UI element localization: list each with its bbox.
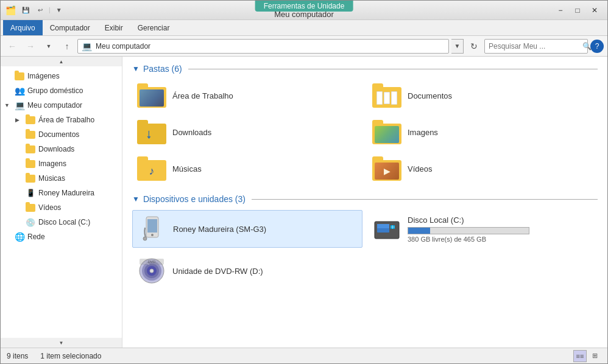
search-box[interactable]: 🔍: [484, 39, 588, 54]
phone-device-label: Roney Madureira (SM-G3): [173, 225, 266, 234]
sidebar-item-disk[interactable]: 💿 Disco Local (C:): [1, 215, 122, 229]
sidebar-label-grupo: Grupo doméstico: [27, 86, 83, 95]
sidebar-container: ▲ Imágenes 👥 Grupo doméstico: [1, 57, 122, 348]
menu-arquivo[interactable]: Arquivo: [3, 20, 43, 35]
view-buttons: ≡≡ ⊞: [573, 350, 601, 362]
title-bar: 🗂️ 💾 ↩ | ▼ Ferramentas de Unidade Meu co…: [1, 1, 607, 20]
devices-section-title: Dispositivos e unidades (3): [143, 194, 246, 204]
sidebar-item-music[interactable]: Músicas: [1, 171, 122, 186]
videos-icon: [25, 202, 36, 213]
svg-rect-6: [377, 224, 389, 228]
network-icon: 🌐: [14, 231, 25, 242]
sidebar-scroll-down[interactable]: ▼: [1, 338, 122, 348]
sidebar-item-videos[interactable]: Vídeos: [1, 200, 122, 215]
sidebar-item-desktop[interactable]: ▶ Área de Trabalho: [1, 113, 122, 127]
imagenes-icon: [14, 71, 25, 82]
docs-icon: [25, 129, 36, 140]
devices-grid: Roney Madureira (SM-G3): [132, 210, 598, 289]
phone-device-icon: [138, 214, 167, 243]
desktop-icon: [25, 114, 36, 125]
sidebar-item-images[interactable]: Imagens: [1, 156, 122, 171]
videos-folder-label: Vídeos: [408, 164, 432, 173]
sidebar-label-computer: Meu computador: [27, 101, 82, 110]
folder-item-desktop[interactable]: Área de Trabalho: [132, 80, 362, 111]
menu-exibir[interactable]: Exibir: [97, 20, 130, 35]
dropdown-button[interactable]: ▼: [53, 4, 65, 16]
sidebar-label-disk: Disco Local (C:): [38, 218, 90, 226]
dvd-device-icon: DVD: [137, 256, 166, 285]
downloads-icon: [25, 144, 36, 155]
sidebar-item-network[interactable]: 🌐 Rede: [1, 229, 122, 244]
device-item-phone[interactable]: Roney Madureira (SM-G3): [132, 210, 362, 248]
menu-computador[interactable]: Computador: [43, 20, 97, 35]
dvd-device-label: Unidade de DVD-RW (D:): [172, 267, 263, 276]
menu-gerenciar[interactable]: Gerenciar: [130, 20, 177, 35]
save-button[interactable]: 💾: [19, 4, 32, 16]
sidebar-label-phone: Roney Madureira: [38, 189, 94, 197]
sidebar: Imágenes 👥 Grupo doméstico ▼ 💻 Meu compu…: [1, 66, 122, 338]
view-details-button[interactable]: ≡≡: [573, 350, 587, 362]
sidebar-item-docs[interactable]: Documentos: [1, 127, 122, 142]
minimize-button[interactable]: −: [553, 4, 568, 16]
sidebar-item-grupo[interactable]: 👥 Grupo doméstico: [1, 83, 122, 98]
disk-sidebar-icon: 💿: [25, 217, 36, 228]
up-button[interactable]: ↑: [59, 38, 75, 54]
ferramentas-label: Ferramentas de Unidade: [264, 2, 345, 10]
music-folder-icon: ♪: [137, 156, 166, 181]
sidebar-item-computer[interactable]: ▼ 💻 Meu computador: [1, 98, 122, 113]
title-bar-left: 🗂️ 💾 ↩ | ▼: [5, 4, 65, 16]
folder-item-downloads[interactable]: ↓ Downloads: [132, 116, 362, 148]
folder-item-docs[interactable]: Documentos: [367, 80, 598, 111]
dropdown-recent-button[interactable]: ▼: [41, 38, 57, 54]
svg-point-14: [150, 269, 154, 273]
address-dropdown[interactable]: ▼: [451, 39, 464, 54]
sidebar-item-downloads[interactable]: Downloads: [1, 142, 122, 156]
folder-item-videos[interactable]: ▶ Vídeos: [367, 153, 598, 184]
status-bar: 9 itens 1 item selecionado ≡≡ ⊞: [1, 348, 607, 363]
pastas-collapse-icon[interactable]: ▼: [132, 65, 140, 73]
sidebar-item-phone[interactable]: 📱 Roney Madureira: [1, 186, 122, 200]
sidebar-label-images: Imagens: [38, 159, 66, 168]
disk-device-icon: [372, 214, 401, 243]
maximize-button[interactable]: □: [570, 4, 585, 16]
folder-item-music[interactable]: ♪ Músicas: [132, 153, 362, 184]
view-tiles-button[interactable]: ⊞: [588, 350, 601, 362]
disk-info: Disco Local (C:) 380 GB livre(s) de 465 …: [408, 215, 593, 243]
address-bar: ← → ▼ ↑ 💻 Meu computador ▼ ↻ 🔍 ?: [1, 36, 607, 57]
forward-button[interactable]: →: [23, 38, 38, 54]
address-path[interactable]: 💻 Meu computador: [77, 39, 449, 54]
sidebar-label-docs: Documentos: [38, 130, 79, 139]
images-folder-icon: [372, 120, 401, 144]
undo-button[interactable]: ↩: [34, 4, 46, 16]
disk-space-label: 380 GB livre(s) de 465 GB: [408, 236, 593, 243]
sidebar-label-network: Rede: [27, 233, 45, 241]
search-input[interactable]: [489, 42, 580, 51]
svg-rect-1: [147, 219, 157, 233]
pastas-grid: Área de Trabalho Doc: [132, 80, 598, 184]
downloads-folder-label: Downloads: [172, 128, 211, 137]
close-button[interactable]: ✕: [587, 4, 603, 16]
devices-section-header: ▼ Dispositivos e unidades (3): [132, 194, 598, 204]
desktop-folder-icon: [137, 83, 166, 108]
window-title: Meu computador: [274, 10, 334, 19]
arrow-icon: ▶: [15, 117, 23, 123]
device-item-disk[interactable]: Disco Local (C:) 380 GB livre(s) de 465 …: [367, 210, 598, 248]
help-button[interactable]: ?: [590, 40, 604, 53]
content-area: ▼ Pastas (6) Área de Trabalho: [122, 57, 607, 348]
music-icon: [25, 173, 36, 184]
grupo-icon: 👥: [14, 85, 25, 96]
folder-item-images[interactable]: Imagens: [367, 116, 598, 148]
phone-icon: 📱: [25, 187, 36, 198]
sidebar-scroll-up[interactable]: ▲: [1, 57, 122, 66]
refresh-button[interactable]: ↻: [466, 38, 482, 54]
desktop-folder-label: Área de Trabalho: [172, 91, 233, 100]
devices-collapse-icon[interactable]: ▼: [132, 195, 140, 203]
sidebar-label-desktop: Área de Trabalho: [38, 116, 94, 124]
docs-folder-icon: [372, 83, 401, 108]
separator: |: [49, 7, 51, 13]
back-button[interactable]: ←: [4, 38, 20, 54]
device-item-dvd[interactable]: DVD Unidade de DVD-RW (D:): [132, 253, 362, 289]
images-icon: [25, 158, 36, 169]
expand-arrow-icon: ▼: [4, 102, 12, 108]
sidebar-item-imagenes[interactable]: Imágenes: [1, 69, 122, 83]
